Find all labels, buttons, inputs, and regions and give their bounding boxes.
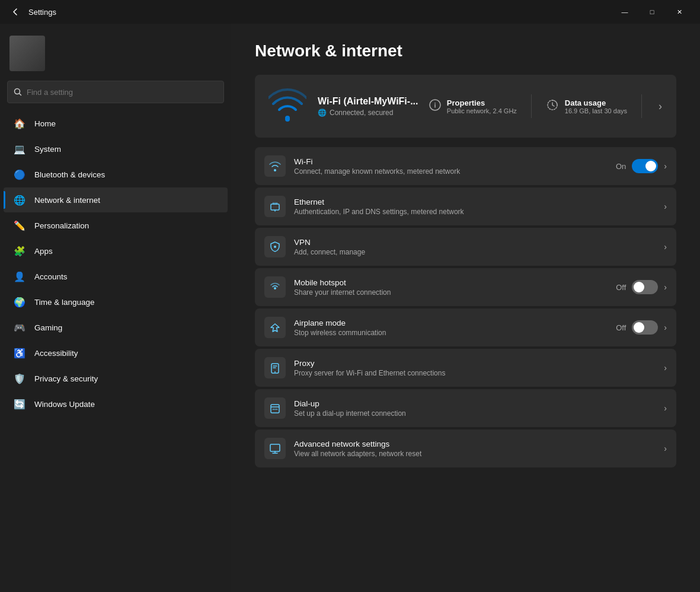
sidebar-item-privacy[interactable]: 🛡️Privacy & security — [4, 366, 228, 391]
wifi-status-icon: 🌐 — [318, 109, 327, 117]
ethernet-title: Ethernet — [294, 198, 656, 206]
wifi-hero-actions: Properties Public network, 2.4 GHz — [429, 94, 664, 118]
sidebar-item-windows-update[interactable]: 🔄Windows Update — [4, 392, 228, 416]
settings-row-hotspot[interactable]: Mobile hotspotShare your internet connec… — [255, 268, 676, 306]
advanced-chevron: › — [664, 444, 667, 453]
ethernet-icon — [264, 196, 286, 217]
maximize-button[interactable]: □ — [638, 0, 666, 24]
airplane-chevron: › — [664, 323, 667, 332]
settings-row-proxy[interactable]: ProxyProxy server for Wi-Fi and Ethernet… — [255, 349, 676, 387]
svg-point-5 — [274, 287, 276, 289]
wifi-info: Wi-Fi (Airtel-MyWiFi-... 🌐 Connected, se… — [318, 96, 420, 117]
hotspot-right: Off› — [616, 280, 667, 294]
sidebar-item-personalization[interactable]: ✏️Personalization — [4, 213, 228, 238]
app-title: Settings — [28, 8, 56, 17]
sidebar-label-apps: Apps — [34, 247, 53, 256]
ethernet-right: › — [664, 202, 667, 211]
properties-action[interactable]: Properties Public network, 2.4 GHz — [429, 98, 517, 114]
hero-divider-2 — [641, 94, 642, 118]
info-icon — [429, 99, 441, 114]
sidebar-item-accessibility[interactable]: ♿Accessibility — [4, 340, 228, 365]
vpn-text: VPNAdd, connect, manage — [294, 238, 656, 256]
wifi-hero-card: Wi-Fi (Airtel-MyWiFi-... 🌐 Connected, se… — [255, 75, 676, 138]
svg-point-11 — [276, 409, 277, 410]
app-container: 🏠Home💻System🔵Bluetooth & devices🌐Network… — [0, 24, 700, 592]
advanced-right: › — [664, 444, 667, 453]
data-usage-action[interactable]: Data usage 16.9 GB, last 30 days — [546, 98, 627, 114]
advanced-text: Advanced network settingsView all networ… — [294, 440, 656, 458]
wifi-right: On› — [616, 159, 667, 173]
time-nav-icon: 🌍 — [13, 295, 26, 308]
page-title: Network & internet — [255, 42, 676, 61]
sidebar-item-system[interactable]: 💻System — [4, 136, 228, 161]
sidebar-item-gaming[interactable]: 🎮Gaming — [4, 315, 228, 340]
window-controls: — □ ✕ — [611, 0, 693, 24]
svg-point-7 — [274, 371, 276, 373]
minimize-button[interactable]: — — [611, 0, 638, 24]
sidebar-label-system: System — [34, 145, 61, 154]
sidebar-item-apps[interactable]: 🧩Apps — [4, 238, 228, 263]
settings-row-wifi[interactable]: Wi-FiConnect, manage known networks, met… — [255, 147, 676, 185]
ethernet-text: EthernetAuthentication, IP and DNS setti… — [294, 198, 656, 216]
search-container — [0, 81, 231, 110]
sidebar-label-bluetooth: Bluetooth & devices — [34, 170, 105, 179]
settings-row-ethernet[interactable]: EthernetAuthentication, IP and DNS setti… — [255, 187, 676, 225]
airplane-text: Airplane modeStop wireless communication — [294, 319, 608, 337]
hotspot-toggle-knob — [634, 282, 644, 292]
windows-update-nav-icon: 🔄 — [13, 397, 26, 410]
proxy-right: › — [664, 363, 667, 373]
advanced-icon — [264, 438, 286, 459]
ethernet-chevron: › — [664, 202, 667, 211]
advanced-subtitle: View all network adapters, network reset — [294, 450, 656, 458]
settings-row-dialup[interactable]: Dial-upSet up a dial-up internet connect… — [255, 389, 676, 427]
network-nav-icon: 🌐 — [13, 193, 26, 206]
hotspot-icon — [264, 276, 286, 298]
search-input[interactable] — [27, 88, 218, 97]
apps-nav-icon: 🧩 — [13, 244, 26, 257]
wifi-toggle-knob — [645, 161, 656, 171]
sidebar-item-bluetooth[interactable]: 🔵Bluetooth & devices — [4, 162, 228, 187]
properties-sublabel: Public network, 2.4 GHz — [447, 107, 517, 114]
dialup-right: › — [664, 403, 667, 413]
sidebar-item-home[interactable]: 🏠Home — [4, 111, 228, 136]
airplane-right: Off› — [616, 320, 667, 335]
settings-row-vpn[interactable]: VPNAdd, connect, manage› — [255, 228, 676, 266]
search-icon — [14, 88, 22, 96]
avatar — [9, 36, 45, 71]
hotspot-text: Mobile hotspotShare your internet connec… — [294, 278, 608, 297]
wifi-title: Wi-Fi — [294, 157, 608, 166]
sidebar-item-network[interactable]: 🌐Network & internet — [4, 187, 228, 212]
settings-rows: Wi-FiConnect, manage known networks, met… — [255, 147, 676, 467]
gaming-nav-icon: 🎮 — [13, 321, 26, 334]
wifi-icon — [264, 155, 286, 177]
sidebar-item-time[interactable]: 🌍Time & language — [4, 289, 228, 314]
back-button[interactable] — [7, 4, 24, 20]
dialup-icon — [264, 397, 286, 419]
wifi-status: On — [616, 162, 626, 171]
advanced-title: Advanced network settings — [294, 440, 656, 448]
home-nav-icon: 🏠 — [13, 117, 26, 130]
accessibility-nav-icon: ♿ — [13, 346, 26, 359]
sidebar-label-privacy: Privacy & security — [34, 374, 98, 383]
sidebar-label-windows-update: Windows Update — [34, 400, 95, 409]
proxy-title: Proxy — [294, 359, 656, 368]
settings-row-advanced[interactable]: Advanced network settingsView all networ… — [255, 429, 676, 467]
vpn-subtitle: Add, connect, manage — [294, 248, 656, 256]
close-button[interactable]: ✕ — [666, 0, 693, 24]
sidebar-item-accounts[interactable]: 👤Accounts — [4, 264, 228, 289]
search-box[interactable] — [7, 81, 224, 103]
svg-point-10 — [274, 409, 276, 410]
wifi-toggle[interactable] — [632, 159, 658, 173]
ethernet-subtitle: Authentication, IP and DNS settings, met… — [294, 208, 656, 216]
titlebar: Settings — □ ✕ — [0, 0, 700, 24]
dialup-chevron: › — [664, 403, 667, 413]
hotspot-status: Off — [616, 283, 626, 292]
airplane-toggle[interactable] — [632, 320, 658, 335]
airplane-status: Off — [616, 323, 626, 332]
properties-label: Properties — [447, 98, 517, 107]
hotspot-toggle[interactable] — [632, 280, 658, 294]
settings-row-airplane[interactable]: Airplane modeStop wireless communication… — [255, 308, 676, 346]
more-button[interactable]: › — [656, 98, 664, 115]
data-usage-text: Data usage 16.9 GB, last 30 days — [565, 98, 627, 114]
system-nav-icon: 💻 — [13, 142, 26, 155]
